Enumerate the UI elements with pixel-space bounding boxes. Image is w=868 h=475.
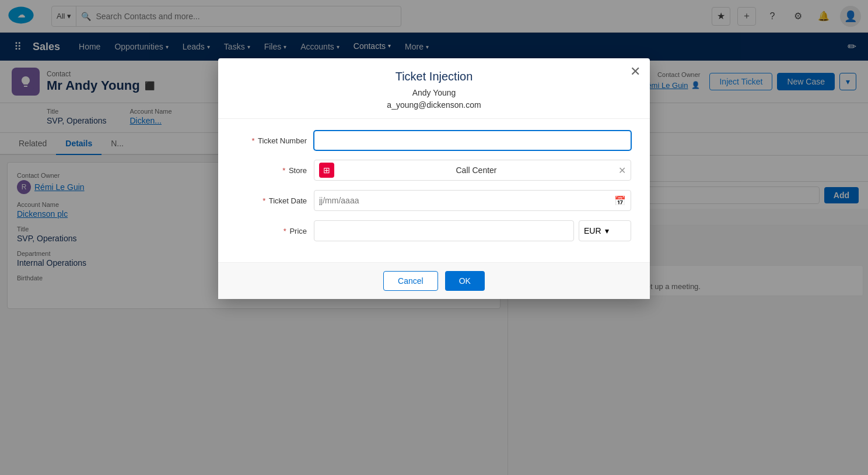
ticket-number-required: *: [252, 136, 255, 145]
ticket-date-field: 📅: [314, 190, 631, 211]
price-label: * Price: [237, 227, 307, 235]
ticket-date-input[interactable]: [319, 196, 614, 205]
modal-close-button[interactable]: ✕: [630, 65, 640, 78]
modal-footer: Cancel OK: [218, 262, 650, 299]
modal-contact-name: Andy Young: [232, 87, 636, 99]
ticket-injection-modal: Ticket Injection ✕ Andy Young a_young@di…: [218, 58, 650, 299]
price-required: *: [284, 227, 286, 235]
cancel-button[interactable]: Cancel: [383, 271, 438, 291]
store-required: *: [282, 166, 285, 175]
price-input[interactable]: [314, 220, 574, 241]
store-value: Call Center: [339, 166, 614, 175]
ticket-number-label-text: Ticket Number: [258, 136, 307, 145]
modal-contact-info: Andy Young a_young@dickenson.com: [232, 87, 636, 111]
store-row: * Store ⊞ Call Center ✕: [237, 160, 631, 181]
store-icon: ⊞: [319, 163, 334, 178]
modal-header: Ticket Injection ✕ Andy Young a_young@di…: [218, 58, 650, 119]
ticket-number-label: * Ticket Number: [237, 136, 307, 145]
ok-button[interactable]: OK: [445, 271, 485, 291]
ticket-number-row: * Ticket Number: [237, 131, 631, 150]
price-fields: EUR ▾: [314, 220, 631, 241]
currency-dropdown[interactable]: EUR ▾: [579, 220, 631, 241]
store-clear-button[interactable]: ✕: [618, 165, 626, 176]
price-label-text: Price: [289, 227, 307, 235]
calendar-icon[interactable]: 📅: [614, 195, 626, 206]
store-label: * Store: [237, 166, 307, 175]
store-field[interactable]: ⊞ Call Center ✕: [314, 160, 631, 181]
ticket-date-row: * Ticket Date 📅: [237, 190, 631, 211]
currency-chevron: ▾: [605, 226, 609, 235]
ticket-number-input[interactable]: [314, 131, 631, 150]
modal-overlay[interactable]: Ticket Injection ✕ Andy Young a_young@di…: [0, 0, 868, 475]
ticket-date-required: *: [262, 196, 265, 205]
price-row: * Price EUR ▾: [237, 220, 631, 241]
modal-body: * Ticket Number * Store ⊞ Call Center ✕: [218, 119, 650, 262]
ticket-date-label: * Ticket Date: [237, 196, 307, 205]
store-label-text: Store: [289, 166, 307, 175]
modal-title: Ticket Injection: [232, 70, 636, 83]
ticket-date-label-text: Ticket Date: [269, 196, 307, 205]
modal-contact-email: a_young@dickenson.com: [232, 99, 636, 111]
currency-value: EUR: [584, 226, 601, 235]
